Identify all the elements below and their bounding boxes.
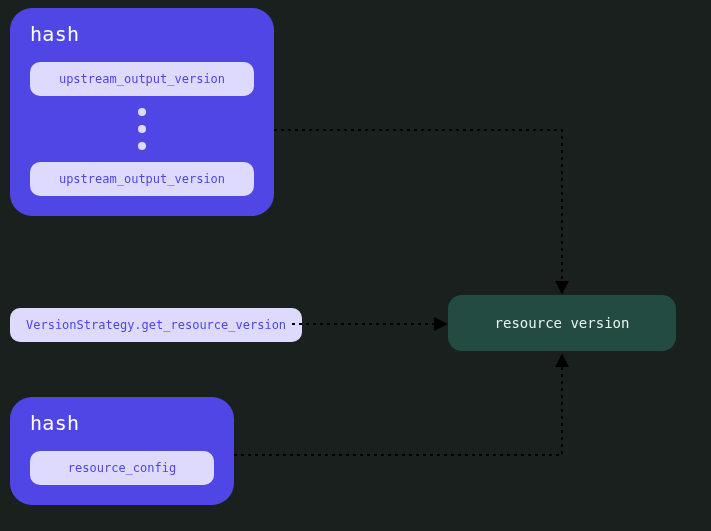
ellipsis-dots [30, 96, 254, 162]
hash-group-config-title: hash [30, 411, 214, 435]
edge-hash-config-to-result [234, 356, 562, 455]
edge-hash-upstream-to-result [274, 130, 562, 292]
upstream-output-version-pill-1: upstream_output_version [30, 62, 254, 96]
resource-config-pill: resource_config [30, 451, 214, 485]
upstream-output-version-pill-2: upstream_output_version [30, 162, 254, 196]
hash-group-upstream: hash upstream_output_version upstream_ou… [10, 8, 274, 216]
resource-version-node: resource version [448, 295, 676, 351]
hash-group-config: hash resource_config [10, 397, 234, 505]
hash-group-upstream-title: hash [30, 22, 254, 46]
version-strategy-pill: VersionStrategy.get_resource_version [10, 308, 302, 342]
